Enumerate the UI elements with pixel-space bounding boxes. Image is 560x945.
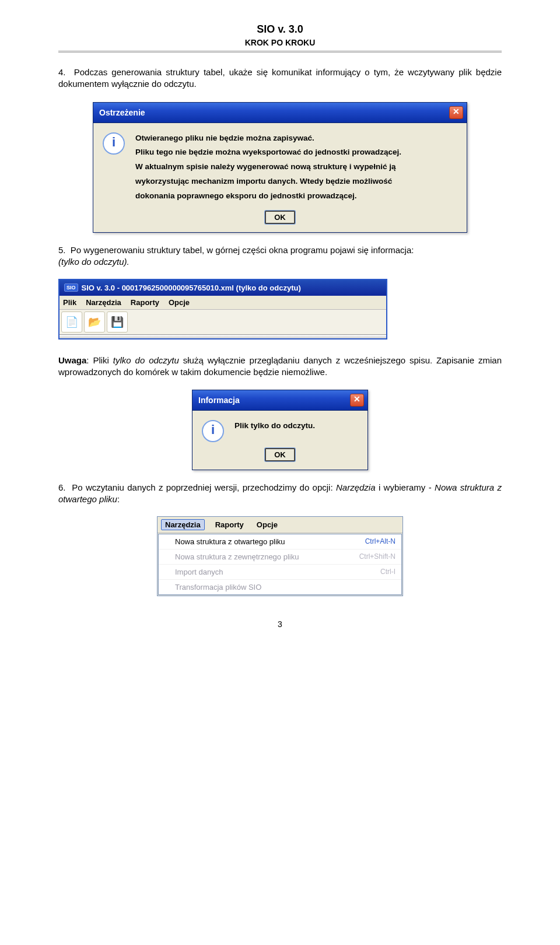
info-msg: Plik tylko do odczytu.	[235, 420, 315, 432]
doc-subtitle: KROK PO KROKU	[58, 38, 502, 47]
info-icon: i	[103, 132, 125, 155]
ctx-item-label: Import danych	[175, 568, 223, 576]
warning-dialog: Ostrzeżenie ✕ i Otwieranego pliku nie bę…	[93, 102, 467, 233]
title-rule	[58, 51, 502, 52]
warning-line2: Pliku tego nie będzie można wyeksportowa…	[135, 146, 401, 159]
paragraph-5-text: 5. Po wygenerowaniu struktury tabel, w g…	[58, 245, 414, 255]
menu-raporty[interactable]: Raporty	[131, 298, 159, 307]
ctx-item-label: Nowa struktura z otwartego pliku	[175, 537, 285, 546]
ctx-item-import[interactable]: Import danych Ctrl-I	[159, 565, 401, 580]
app-menubar: Plik Narzędzia Raporty Opcje	[60, 296, 386, 310]
menu-opcje[interactable]: Opcje	[169, 298, 190, 307]
warning-titlebar: Ostrzeżenie ✕	[93, 103, 467, 123]
app-titlebar: SIO SIO v. 3.0 - 00017962500000095765010…	[60, 280, 386, 296]
p6-e: :	[117, 494, 120, 504]
close-icon[interactable]: ✕	[350, 394, 364, 407]
warning-title: Ostrzeżenie	[99, 108, 449, 117]
ok-button[interactable]: OK	[265, 448, 295, 461]
ctx-menu-narzedzia[interactable]: Narzędzia	[161, 519, 205, 530]
paragraph-5: 5. Po wygenerowaniu struktury tabel, w g…	[58, 244, 502, 268]
warning-line3: W aktualnym spisie należy wygenerować no…	[135, 161, 401, 173]
ctx-menu-list: Nowa struktura z otwartego pliku Ctrl+Al…	[158, 534, 402, 595]
note-mid1: : Pliki	[86, 355, 113, 365]
sio-badge-icon: SIO	[64, 284, 78, 292]
new-file-icon[interactable]	[61, 312, 82, 332]
ctx-menubar: Narzędzia Raporty Opcje	[158, 517, 402, 533]
ctx-menu-opcje[interactable]: Opcje	[254, 519, 280, 530]
info-title: Informacja	[198, 396, 350, 405]
context-menu-screenshot: Narzędzia Raporty Opcje Nowa struktura z…	[157, 516, 403, 596]
sio-appbar: SIO SIO v. 3.0 - 00017962500000095765010…	[58, 279, 387, 340]
warning-text: Otwieranego pliku nie będzie można zapis…	[135, 132, 401, 205]
app-title-text: SIO v. 3.0 - 00017962500000095765010.xml…	[82, 284, 301, 292]
ctx-item-label: Nowa struktura z zewnętrznego pliku	[175, 552, 299, 561]
warning-line5: dokonania poprawnego eksporu do jednostk…	[135, 190, 401, 202]
note-prefix: Uwaga	[58, 355, 86, 365]
warning-line4: wykorzystując mechanizm importu danych. …	[135, 176, 401, 188]
menu-narzedzia[interactable]: Narzędzia	[86, 298, 121, 307]
info-text: Plik tylko do odczytu.	[235, 420, 315, 435]
info-icon: i	[202, 420, 224, 442]
app-toolbar	[60, 310, 386, 335]
paragraph-6: 6. Po wczytaniu danych z poprzedniej wer…	[58, 482, 502, 506]
info-dialog: Informacja ✕ i Plik tylko do odczytu. OK	[192, 390, 368, 470]
save-file-icon[interactable]	[107, 312, 128, 332]
ctx-item-shortcut: Ctrl+Alt-N	[365, 537, 396, 545]
close-icon[interactable]: ✕	[449, 106, 463, 119]
paragraph-4: 4. Podczas generowania struktury tabel, …	[58, 66, 502, 90]
p6-b: Narzędzia	[336, 482, 376, 492]
page-number: 3	[58, 620, 502, 629]
ctx-item-transformacja[interactable]: Transformacja plików SIO	[159, 580, 401, 594]
open-file-icon[interactable]	[84, 312, 105, 332]
appbar-fade	[60, 335, 386, 338]
note-paragraph: Uwaga: Pliki tylko do odczytu służą wyłą…	[58, 355, 502, 379]
ctx-item-shortcut: Ctrl-I	[380, 568, 396, 576]
ctx-item-shortcut: Ctrl+Shift-N	[359, 552, 396, 561]
doc-title: SIO v. 3.0	[58, 23, 502, 36]
ctx-item-label: Transformacja plików SIO	[175, 583, 261, 592]
paragraph-5-italic: (tylko do odczytu).	[58, 257, 130, 267]
info-titlebar: Informacja ✕	[192, 390, 368, 411]
warning-line1: Otwieranego pliku nie będzie można zapis…	[135, 132, 401, 145]
ok-button[interactable]: OK	[265, 211, 295, 224]
menu-plik[interactable]: Plik	[63, 298, 76, 307]
p6-a: 6. Po wczytaniu danych z poprzedniej wer…	[58, 482, 336, 492]
note-italic: tylko do odczytu	[113, 355, 179, 365]
ctx-item-nowa-zewnetrznego[interactable]: Nowa struktura z zewnętrznego pliku Ctrl…	[159, 550, 401, 565]
ctx-menu-raporty[interactable]: Raporty	[213, 519, 246, 530]
ctx-item-nowa-otwartego[interactable]: Nowa struktura z otwartego pliku Ctrl+Al…	[159, 534, 401, 550]
p6-c: i wybieramy -	[376, 482, 435, 492]
